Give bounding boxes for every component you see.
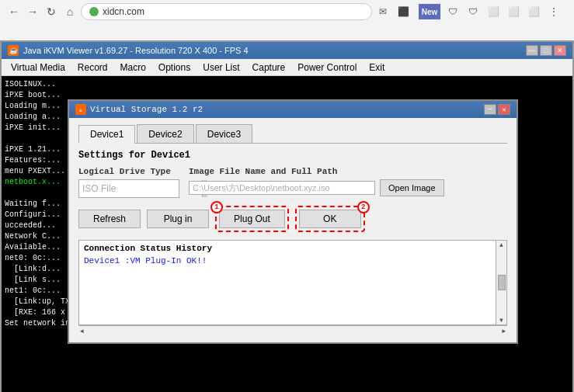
scroll-down-arrow[interactable]: ▼ bbox=[499, 317, 503, 324]
ext-icon-1: ⬛ bbox=[395, 4, 411, 19]
ikvm-titlebar: ☕ Java iKVM Viewer v1.69.27 - Resolution… bbox=[2, 42, 572, 59]
form-row: Logical Drive Type ▼ Image File Name and… bbox=[78, 167, 507, 198]
scroll-right-arrow[interactable]: ► bbox=[502, 328, 506, 335]
home-button[interactable]: ⌂ bbox=[62, 4, 78, 19]
ext-icon-2: 🛡 bbox=[445, 4, 461, 19]
virtual-storage-dialog: ☕ Virtual Storage 1.2 r2 — ✕ Device1 Dev… bbox=[68, 99, 518, 344]
dialog-window-controls: — ✕ bbox=[484, 104, 510, 115]
vertical-scrollbar[interactable]: ▲ ▼ bbox=[496, 241, 506, 324]
image-path-label: Image File Name and Full Path bbox=[189, 167, 444, 176]
mail-icon: ✉ bbox=[375, 4, 391, 19]
drive-type-input[interactable] bbox=[79, 182, 202, 196]
status-title: Connection Status History bbox=[84, 244, 502, 253]
refresh-button[interactable]: Refresh bbox=[78, 210, 141, 228]
tab-device3[interactable]: Device3 bbox=[196, 124, 252, 143]
scroll-up-arrow[interactable]: ▲ bbox=[499, 241, 503, 248]
dialog-close-button[interactable]: ✕ bbox=[498, 104, 510, 115]
menu-macro[interactable]: Macro bbox=[114, 61, 152, 75]
ext-icon-6: ⬜ bbox=[526, 4, 541, 19]
dialog-content: Device1 Device2 Device3 Settings for Dev… bbox=[69, 118, 517, 342]
status-container: Connection Status History Device1 :VM Pl… bbox=[78, 240, 507, 336]
ikvm-window: ☕ Java iKVM Viewer v1.69.27 - Resolution… bbox=[0, 40, 574, 392]
plug-out-wrapper: 1 Plug Out bbox=[215, 206, 289, 232]
ikvm-title: Java iKVM Viewer v1.69.27 - Resolution 7… bbox=[23, 46, 249, 55]
horizontal-scrollbar[interactable]: ◄ ► bbox=[78, 325, 507, 336]
browser-nav: ← → ↻ ⌂ xidcn.com ✉ ⬛ New 🛡 🛡 ⬜ ⬜ ⬜ ⋮ bbox=[0, 0, 574, 23]
menu-record[interactable]: Record bbox=[71, 61, 114, 75]
logical-drive-group: Logical Drive Type ▼ bbox=[78, 167, 179, 198]
action-buttons-row: Refresh Plug in 1 Plug Out 2 OK bbox=[78, 206, 507, 232]
forward-button[interactable]: → bbox=[25, 4, 40, 19]
ok-button[interactable]: OK bbox=[299, 210, 361, 228]
menu-capture[interactable]: Capture bbox=[246, 61, 292, 75]
ok-wrapper: 2 OK bbox=[295, 206, 365, 232]
plug-out-badge: 1 bbox=[210, 201, 223, 213]
tab-device1[interactable]: Device1 bbox=[78, 125, 135, 144]
menu-exit[interactable]: Exit bbox=[363, 61, 391, 75]
ikvm-menu-bar: Virtual Media Record Macro Options User … bbox=[2, 59, 572, 76]
ext-icon-4: ⬜ bbox=[485, 4, 501, 19]
plug-in-button[interactable]: Plug in bbox=[147, 210, 209, 228]
ext-icon-3: 🛡 bbox=[465, 4, 481, 19]
new-tab-button[interactable]: New bbox=[419, 4, 440, 19]
plug-out-button[interactable]: Plug Out bbox=[219, 210, 285, 228]
terminal-background: ISOLINUX... iPXE boot... Loading m... Lo… bbox=[2, 76, 572, 392]
menu-options[interactable]: Options bbox=[152, 61, 197, 75]
address-text: xidcn.com bbox=[103, 6, 144, 17]
scroll-thumb[interactable] bbox=[498, 275, 506, 290]
menu-power-control[interactable]: Power Control bbox=[291, 61, 363, 75]
browser-chrome: ← → ↻ ⌂ xidcn.com ✉ ⬛ New 🛡 🛡 ⬜ ⬜ ⬜ ⋮ bbox=[0, 0, 574, 40]
tab-device2[interactable]: Device2 bbox=[137, 124, 193, 143]
dialog-icon: ☕ bbox=[75, 104, 86, 115]
dialog-minimize-button[interactable]: — bbox=[484, 104, 496, 115]
menu-user-list[interactable]: User List bbox=[197, 61, 245, 75]
dialog-title: Virtual Storage 1.2 r2 bbox=[90, 105, 203, 114]
ikvm-icon: ☕ bbox=[8, 45, 19, 56]
secure-icon bbox=[89, 7, 99, 16]
status-message: Device1 :VM Plug-In OK!! bbox=[84, 256, 502, 265]
image-path-input[interactable] bbox=[189, 181, 375, 195]
address-bar[interactable]: xidcn.com bbox=[81, 3, 372, 20]
ikvm-minimize-button[interactable]: — bbox=[526, 45, 538, 56]
ext-icon-5: ⬜ bbox=[506, 4, 521, 19]
dialog-titlebar: ☕ Virtual Storage 1.2 r2 — ✕ bbox=[69, 101, 517, 118]
device-tab-strip: Device1 Device2 Device3 bbox=[78, 124, 507, 144]
settings-label: Settings for Device1 bbox=[78, 150, 507, 161]
ikvm-maximize-button[interactable]: □ bbox=[540, 45, 552, 56]
reload-button[interactable]: ↻ bbox=[43, 4, 59, 19]
menu-virtual-media[interactable]: Virtual Media bbox=[5, 61, 71, 75]
scroll-left-arrow[interactable]: ◄ bbox=[80, 328, 84, 335]
status-section: Connection Status History Device1 :VM Pl… bbox=[78, 240, 507, 325]
browser-extras: ✉ ⬛ New 🛡 🛡 ⬜ ⬜ ⬜ ⋮ bbox=[375, 4, 568, 19]
drive-type-wrapper: ▼ bbox=[78, 179, 179, 198]
ok-badge: 2 bbox=[357, 201, 370, 213]
ikvm-close-button[interactable]: ✕ bbox=[554, 45, 566, 56]
logical-drive-label: Logical Drive Type bbox=[78, 167, 179, 176]
ikvm-window-controls: — □ ✕ bbox=[526, 45, 566, 56]
dialog-title-left: ☕ Virtual Storage 1.2 r2 bbox=[75, 104, 203, 115]
back-button[interactable]: ← bbox=[6, 4, 22, 19]
menu-dots[interactable]: ⋮ bbox=[546, 4, 562, 19]
open-image-button[interactable]: Open Image bbox=[380, 179, 444, 196]
image-path-group: Image File Name and Full Path Open Image bbox=[189, 167, 444, 196]
ikvm-title-text: ☕ Java iKVM Viewer v1.69.27 - Resolution… bbox=[8, 45, 249, 56]
terminal-line: ISOLINUX... bbox=[5, 79, 569, 90]
